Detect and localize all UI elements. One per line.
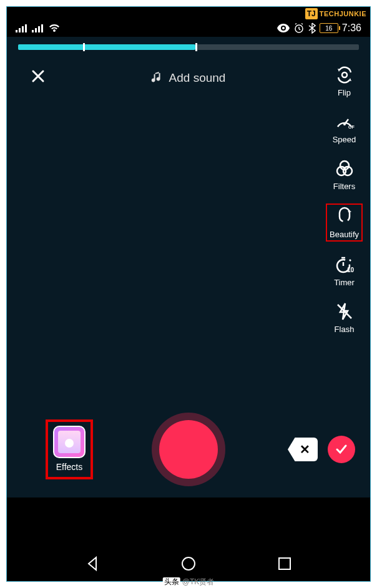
record-inner-icon [159,420,218,479]
wifi-icon [48,23,61,33]
status-bar: 16 7:36 [7,21,370,36]
speed-icon: OFF [334,111,355,132]
timer-label: Timer [334,278,355,287]
svg-text:OFF: OFF [348,125,355,129]
speed-label: Speed [333,135,356,144]
confirm-button[interactable] [328,436,355,463]
record-button[interactable] [152,413,225,486]
flash-button[interactable]: Flash [331,300,358,335]
nav-recent-button[interactable] [276,555,293,572]
logo-badge: TJ [305,8,318,19]
timer-button[interactable]: 10 Timer [331,253,358,288]
filters-label: Filters [333,182,355,191]
svg-text:10: 10 [347,267,355,273]
timer-icon: 10 [334,254,355,275]
flash-label: Flash [335,325,355,334]
signal-icon-1 [16,24,27,32]
svg-rect-10 [279,558,290,569]
nav-home-button[interactable] [180,555,197,572]
record-progress [18,44,359,50]
signal-icon-2 [32,24,43,32]
flash-icon [334,301,355,322]
beautify-label: Beautify [330,230,359,239]
svg-point-9 [182,557,195,570]
flip-button[interactable]: Flip [331,63,358,99]
effects-button[interactable]: Effects [46,419,93,479]
bluetooth-icon [308,22,316,34]
eye-icon [277,24,290,32]
filters-icon [334,158,355,179]
svg-point-1 [342,72,347,77]
flip-icon [334,64,355,86]
close-icon [31,69,46,84]
add-sound-label: Add sound [169,71,226,85]
speed-button[interactable]: OFF Speed [330,110,359,145]
camera-viewfinder: Add sound Flip OFF Speed Filters [7,37,370,497]
effects-thumbnail [53,426,86,458]
effects-label: Effects [56,462,83,472]
backspace-icon: ✕ [300,442,310,457]
techjunkie-logo: TJ TECHJUNKIE [301,7,370,21]
check-icon [335,443,348,456]
logo-text: TECHJUNKIE [320,10,366,17]
clock-time: 7:36 [342,22,361,34]
bottom-black-bar [7,497,370,546]
beautify-icon [334,206,355,227]
svg-point-2 [343,123,346,125]
add-sound-button[interactable]: Add sound [152,71,226,85]
nav-back-button[interactable] [84,555,101,572]
close-button[interactable] [31,68,46,88]
flip-label: Flip [338,88,351,97]
watermark: 头条@TK贤者 [160,576,217,588]
beautify-button[interactable]: Beautify [326,203,363,242]
music-note-icon [152,72,163,84]
alarm-icon [293,22,305,34]
delete-clip-button[interactable]: ✕ [288,438,318,461]
battery-icon: 16 [320,23,338,33]
filters-button[interactable]: Filters [331,157,358,192]
